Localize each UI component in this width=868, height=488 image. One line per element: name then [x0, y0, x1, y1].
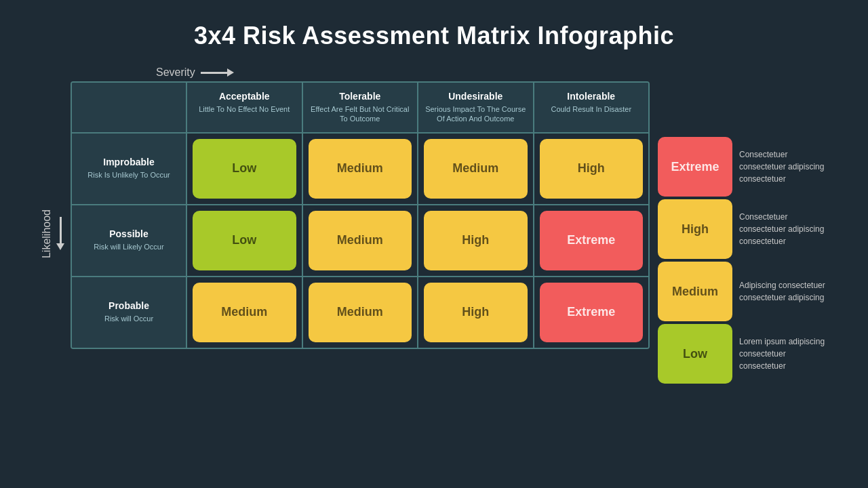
cell-0-0: Low: [187, 134, 303, 204]
row-label-0: Improbable Risk Is Unlikely To Occur: [72, 134, 187, 204]
risk-badge-1-3: Extreme: [540, 211, 644, 270]
right-item-0: ExtremeConsectetuer consectetuer adipisc…: [658, 137, 827, 197]
likelihood-label-container: Likelihood: [41, 209, 65, 258]
main-layout: Severity Likelihood Acceptable Little To…: [41, 66, 827, 386]
header-acceptable: Acceptable Little To No Effect No Event: [187, 83, 303, 132]
cell-0-2: Medium: [418, 134, 534, 204]
header-empty: [72, 83, 187, 132]
right-badge-0: Extreme: [658, 137, 732, 197]
header-intolerable: Intolerable Could Result In Disaster: [534, 83, 649, 132]
row-subtitle-0: Risk Is Unlikely To Occur: [87, 170, 170, 180]
header-tolerable: Tolerable Effect Are Felt But Not Critic…: [303, 83, 419, 132]
cell-0-1: Medium: [303, 134, 419, 204]
cell-1-0: Low: [187, 205, 303, 276]
matrix-header-row: Acceptable Little To No Effect No Event …: [72, 83, 648, 132]
risk-badge-0-0: Low: [193, 139, 296, 199]
cell-2-1: Medium: [303, 277, 419, 348]
header-intolerable-subtitle: Could Result In Disaster: [540, 104, 644, 114]
likelihood-arrow-icon: [56, 217, 65, 251]
row-title-2: Probable: [108, 300, 149, 311]
right-badge-2: Medium: [658, 262, 732, 321]
matrix-body: Improbable Risk Is Unlikely To Occur Low…: [72, 132, 648, 348]
severity-label: Severity: [156, 66, 195, 79]
risk-badge-2-0: Medium: [193, 283, 296, 342]
right-item-3: LowLorem ipsum adipiscing consectetuer c…: [658, 324, 827, 384]
row-subtitle-1: Risk will Likely Occur: [94, 242, 163, 251]
header-tolerable-subtitle: Effect Are Felt But Not Critical To Outc…: [309, 104, 412, 124]
right-text-1: Consectetuer consectetuer adipiscing con…: [739, 211, 827, 247]
risk-badge-2-2: High: [424, 283, 528, 342]
matrix-row-2: Probable Risk will Occur MediumMediumHig…: [72, 276, 648, 348]
right-text-3: Lorem ipsum adipiscing consectetuer cons…: [739, 336, 827, 372]
risk-badge-1-0: Low: [193, 211, 296, 270]
header-acceptable-subtitle: Little To No Effect No Event: [193, 104, 296, 114]
matrix-row-1: Possible Risk will Likely Occur LowMediu…: [72, 204, 648, 276]
risk-badge-0-1: Medium: [309, 139, 412, 199]
cell-1-2: High: [418, 205, 534, 276]
likelihood-label: Likelihood: [41, 209, 53, 258]
risk-badge-2-3: Extreme: [540, 283, 644, 342]
row-label-1: Possible Risk will Likely Occur: [72, 205, 187, 276]
risk-matrix: Acceptable Little To No Effect No Event …: [71, 81, 650, 349]
right-text-2: Adipiscing consectetuer consectetuer adi…: [739, 279, 827, 304]
row-title-1: Possible: [109, 228, 149, 239]
page-title: 3x4 Risk Assessment Matrix Infographic: [194, 22, 674, 50]
right-column: ExtremeConsectetuer consectetuer adipisc…: [658, 81, 827, 386]
severity-arrow-icon: [201, 68, 235, 77]
right-badge-3: Low: [658, 324, 732, 384]
risk-badge-0-2: Medium: [424, 139, 528, 199]
cell-1-1: Medium: [303, 205, 419, 276]
right-item-2: MediumAdipiscing consectetuer consectetu…: [658, 262, 827, 321]
cell-0-3: High: [534, 134, 649, 204]
header-tolerable-title: Tolerable: [309, 91, 412, 102]
header-undesirable-subtitle: Serious Impact To The Course Of Action A…: [424, 104, 528, 124]
right-item-1: HighConsectetuer consectetuer adipiscing…: [658, 199, 827, 259]
cell-2-3: Extreme: [534, 277, 649, 348]
risk-badge-1-2: High: [424, 211, 528, 270]
header-intolerable-title: Intolerable: [540, 91, 644, 102]
header-acceptable-title: Acceptable: [193, 91, 296, 102]
severity-row: Severity: [156, 66, 827, 79]
header-undesirable: Undesirable Serious Impact To The Course…: [418, 83, 534, 132]
row-label-2: Probable Risk will Occur: [72, 277, 187, 348]
row-title-0: Improbable: [103, 157, 154, 167]
risk-badge-0-3: High: [540, 139, 644, 199]
right-text-0: Consectetuer consectetuer adipiscing con…: [739, 148, 827, 185]
risk-badge-1-1: Medium: [309, 211, 412, 270]
risk-badge-2-1: Medium: [309, 283, 412, 342]
cell-2-2: High: [418, 277, 534, 348]
header-undesirable-title: Undesirable: [424, 91, 528, 102]
right-badge-1: High: [658, 199, 732, 259]
cell-1-3: Extreme: [534, 205, 649, 276]
row-subtitle-2: Risk will Occur: [104, 314, 153, 323]
cell-2-0: Medium: [187, 277, 303, 348]
matrix-row-0: Improbable Risk Is Unlikely To Occur Low…: [72, 132, 648, 204]
